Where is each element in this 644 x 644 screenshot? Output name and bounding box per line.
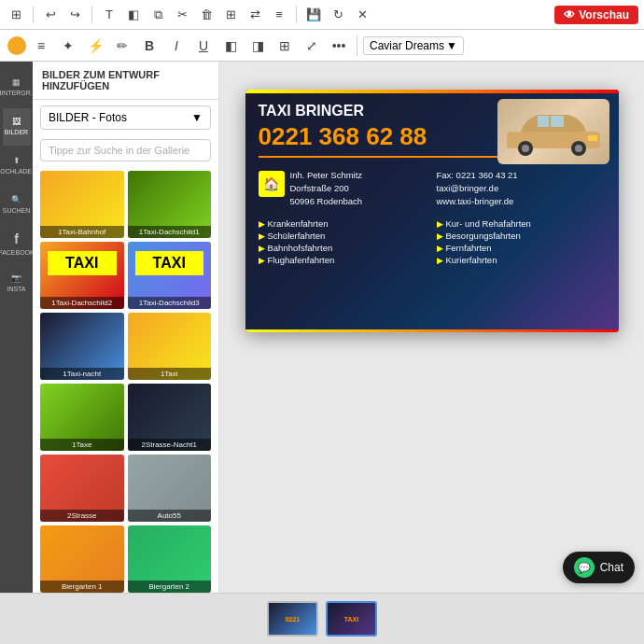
service-label: Fernfahrten	[446, 243, 492, 253]
flip-icon[interactable]: ⇄	[245, 5, 265, 25]
services-col-right: ▶Kur- und Rehafahrten ▶Besorgungsfahrten…	[437, 217, 606, 266]
bilder-label: BILDER	[5, 129, 28, 136]
car-image	[497, 99, 609, 164]
list-item[interactable]: TAXI 1Taxi-Dachschild3	[128, 242, 212, 309]
font-dropdown[interactable]: Caviar Dreams ▼	[363, 36, 464, 55]
svg-rect-5	[538, 116, 549, 127]
chat-icon: 💬	[574, 557, 595, 578]
more-icon[interactable]: •••	[327, 34, 351, 58]
close-icon[interactable]: ✕	[352, 5, 372, 25]
resize-icon[interactable]: ⊞	[273, 34, 297, 58]
card-address: 🏠 Inh. Peter Schmitz Dorfstraße 200 5099…	[259, 169, 427, 209]
business-card[interactable]: TAXI BRINGER 0221 368 62 88 🏠 Inh. Peter…	[245, 90, 619, 332]
lightning-icon[interactable]: ⚡	[83, 34, 107, 58]
card-contact-section: 🏠 Inh. Peter Schmitz Dorfstraße 200 5099…	[245, 163, 619, 215]
search-input[interactable]: Tippe zur Suche in der Gallerie	[40, 139, 211, 161]
card-fax-info: Fax: 0221 360 43 21 taxi@bringer.de www.…	[437, 169, 606, 209]
sidebar-item-hintergrund[interactable]: ▦ HINTERGR...	[3, 69, 31, 106]
list-item[interactable]: TAXI 1Taxi-Dachschild2	[40, 242, 124, 309]
image-label: 1Taxi	[128, 368, 212, 380]
align-left-icon[interactable]: ≡	[29, 34, 53, 58]
left-panel: ▦ HINTERGR... 🖼 BILDER ⬆ HOCHLADE... 🔍 S…	[0, 62, 33, 593]
list-item[interactable]: 1Taxi	[128, 313, 212, 380]
stack-icon[interactable]: ≡	[269, 5, 289, 25]
arrow-icon: ▶	[259, 219, 265, 229]
bold-icon[interactable]: B	[137, 34, 161, 58]
list-item[interactable]: 1Taxe	[40, 384, 124, 451]
image-label: 1Taxe	[40, 439, 124, 451]
contact-details: Inh. Peter Schmitz Dorfstraße 200 50996 …	[290, 169, 363, 209]
service-item: ▶Fernfahrten	[437, 242, 606, 254]
service-label: Besorgungsfahrten	[446, 231, 521, 241]
facebook-icon: f	[14, 231, 19, 247]
text-icon[interactable]: T	[99, 5, 119, 25]
color-picker[interactable]	[7, 36, 26, 55]
image-label: Biergarten 1	[40, 581, 124, 593]
list-item[interactable]: Biergarten 2	[128, 525, 212, 593]
service-label: Kur- und Rehafahrten	[446, 218, 531, 229]
insta-label: INSTA	[7, 286, 25, 293]
image-label: Auto55	[128, 510, 212, 522]
sparkle-icon[interactable]: ✦	[56, 34, 80, 58]
sidebar-item-insta[interactable]: 📷 INSTA	[3, 265, 31, 302]
service-label: Kurierfahrten	[446, 255, 497, 265]
format-toolbar: ≡ ✦ ⚡ ✏ B I U ◧ ◨ ⊞ ⤢ ••• Caviar Dreams …	[0, 30, 644, 62]
top-toolbar: ⊞ ↩ ↪ T ◧ ⧉ ✂ 🗑 ⊞ ⇄ ≡ 💾 ↻ ✕ 👁 Vorschau	[0, 0, 644, 30]
image-label: Biergarten 2	[128, 581, 212, 593]
clone-icon[interactable]: ⊞	[220, 5, 241, 25]
thumbnail-2[interactable]: TAXI	[326, 601, 377, 637]
eye-icon: 👁	[564, 8, 575, 21]
thumbnail-1[interactable]: 0221	[267, 601, 318, 637]
grid-icon[interactable]: ⊞	[6, 5, 26, 25]
email: taxi@bringer.de	[437, 182, 606, 195]
draw-icon[interactable]: ✏	[110, 34, 134, 58]
save-icon[interactable]: 💾	[303, 5, 324, 25]
font-name: Caviar Dreams	[370, 39, 444, 52]
suchen-label: SUCHEN	[3, 207, 31, 215]
fax-number: Fax: 0221 360 43 21	[437, 169, 606, 182]
list-item[interactable]: 2Strasse	[40, 455, 124, 522]
list-item[interactable]: Auto55	[128, 455, 212, 522]
chat-button[interactable]: 💬 Chat	[563, 552, 635, 583]
refresh-icon[interactable]: ↻	[328, 5, 348, 25]
image-label: 2Strasse	[40, 510, 124, 522]
instagram-icon: 📷	[11, 273, 21, 284]
images-dropdown[interactable]: BILDER - Fotos ▼	[40, 105, 211, 130]
layers-icon[interactable]: ◧	[123, 5, 144, 25]
service-item: ▶Bahnhofsfahrten	[259, 242, 427, 254]
list-item[interactable]: 2Strasse-Nacht1	[128, 384, 212, 451]
arrow-icon: ▶	[437, 231, 443, 241]
redo-icon[interactable]: ↪	[64, 5, 85, 25]
sidebar-header: Bilder zum Entwurf hinzufügen	[33, 62, 218, 100]
service-item: ▶Schülerfahrten	[259, 230, 427, 242]
services-col-left: ▶Krankenfahrten ▶Schülerfahrten ▶Bahnhof…	[259, 217, 427, 266]
owner-name: Inh. Peter Schmitz	[290, 169, 363, 182]
sidebar-item-bilder[interactable]: 🖼 BILDER	[3, 108, 31, 146]
underline-icon[interactable]: U	[191, 34, 216, 58]
expand-icon[interactable]: ⤢	[300, 34, 324, 58]
service-label: Krankenfahrten	[268, 218, 329, 229]
list-item[interactable]: 1Taxi-nacht	[40, 313, 124, 380]
delete-icon[interactable]: 🗑	[196, 5, 217, 25]
list-item[interactable]: Biergarten 1	[40, 525, 124, 593]
italic-icon[interactable]: I	[164, 34, 189, 58]
image-label: 1Taxi-Bahnhof	[40, 226, 124, 238]
align-left2-icon[interactable]: ◧	[218, 34, 243, 58]
list-item[interactable]: 1Taxi-Dachschild1	[128, 171, 212, 238]
undo-icon[interactable]: ↩	[40, 5, 61, 25]
dropdown-arrow-icon: ▼	[191, 111, 203, 124]
sidebar-item-facebook[interactable]: f FACEBOOK	[3, 226, 31, 263]
website: www.taxi-bringer.de	[437, 195, 606, 208]
search-placeholder: Tippe zur Suche in der Gallerie	[49, 145, 189, 156]
list-item[interactable]: 1Taxi-Bahnhof	[40, 171, 124, 238]
copy-icon[interactable]: ⧉	[147, 5, 168, 25]
cut-icon[interactable]: ✂	[172, 5, 192, 25]
chevron-down-icon: ▼	[446, 39, 457, 52]
image-label: 2Strasse-Nacht1	[128, 439, 212, 451]
vorschau-button[interactable]: 👁 Vorschau	[554, 6, 638, 24]
main-area: ▦ HINTERGR... 🖼 BILDER ⬆ HOCHLADE... 🔍 S…	[0, 62, 644, 593]
align-right2-icon[interactable]: ◨	[245, 34, 270, 58]
sidebar-item-suchen[interactable]: 🔍 SUCHEN	[3, 187, 31, 224]
hintergrund-label: HINTERGR...	[0, 90, 36, 97]
sidebar-item-hochladen[interactable]: ⬆ HOCHLADE...	[3, 147, 31, 185]
